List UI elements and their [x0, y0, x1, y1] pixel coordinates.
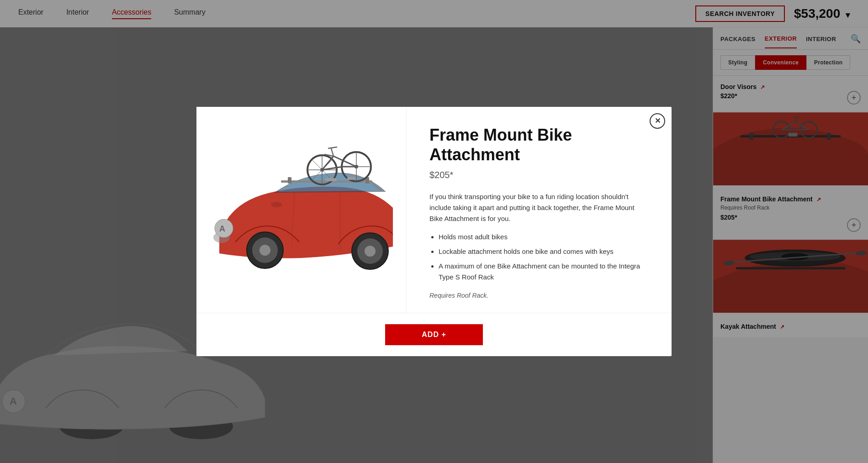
modal-add-button[interactable]: ADD + [385, 324, 482, 345]
svg-rect-54 [325, 178, 337, 181]
svg-rect-28 [288, 177, 291, 184]
modal-dialog: ✕ [196, 107, 672, 356]
modal-note: Requires Roof Rack. [429, 292, 649, 299]
svg-point-33 [259, 245, 270, 256]
modal-title: Frame Mount Bike Attachment [429, 125, 649, 164]
svg-point-36 [365, 246, 376, 257]
modal-bullet-item: Holds most adult bikes [439, 232, 649, 242]
modal-bullet-list: Holds most adult bikes Lockable attachme… [429, 232, 649, 283]
modal-product-image: A [210, 137, 393, 283]
modal-bullet-item: Lockable attachment holds one bike and c… [439, 246, 649, 257]
modal-content: Frame Mount Bike Attachment $205* If you… [407, 107, 672, 313]
modal-price: $205* [429, 170, 649, 180]
modal-image-area: A [196, 107, 407, 313]
modal-body: A Frame Mount Bike Attachment $205* If y… [196, 107, 672, 313]
svg-rect-55 [347, 177, 355, 180]
svg-text:A: A [219, 224, 225, 233]
svg-line-52 [328, 147, 337, 148]
modal-footer: ADD + [196, 313, 672, 356]
svg-line-51 [331, 148, 333, 156]
modal-overlay[interactable]: ✕ [0, 0, 868, 463]
svg-point-30 [271, 202, 282, 207]
modal-bullet-item: A maximum of one Bike Attachment can be … [439, 261, 649, 283]
modal-description: If you think transporting your bike to a… [429, 191, 649, 224]
modal-close-button[interactable]: ✕ [650, 113, 665, 129]
